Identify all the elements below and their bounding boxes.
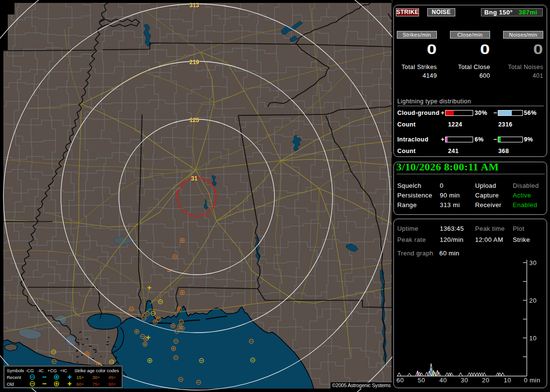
svg-text:60: 60 [396, 377, 404, 384]
svg-text:20: 20 [529, 297, 536, 304]
svg-text:30: 30 [529, 259, 536, 266]
svg-text:30: 30 [461, 377, 468, 384]
svg-text:125: 125 [189, 117, 199, 124]
svg-text:40: 40 [439, 377, 447, 384]
svg-text:31: 31 [191, 175, 198, 182]
svg-text:10: 10 [529, 335, 536, 342]
svg-text:313: 313 [189, 2, 199, 9]
svg-text:10: 10 [504, 377, 511, 384]
svg-text:219: 219 [189, 59, 199, 66]
svg-text:0 min: 0 min [524, 377, 540, 384]
svg-text:20: 20 [482, 377, 489, 384]
svg-text:50: 50 [418, 377, 425, 384]
